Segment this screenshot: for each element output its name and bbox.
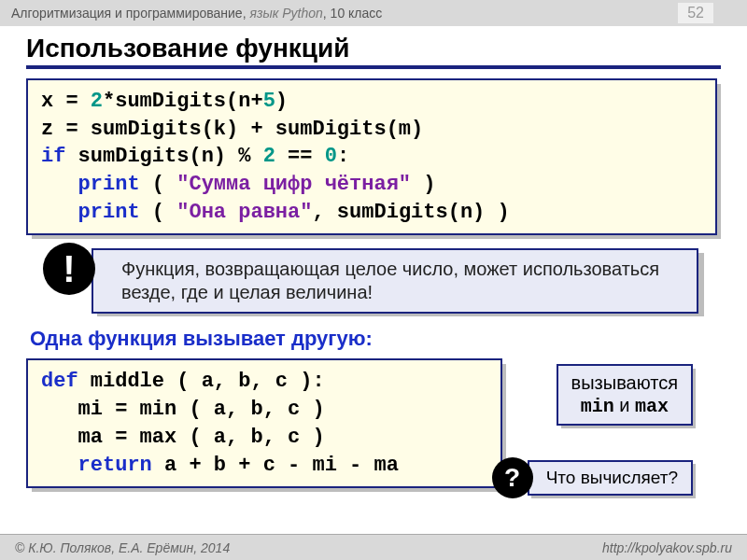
footer-url: http://kpolyakov.spb.ru bbox=[602, 540, 732, 555]
course-text-2: , 10 класс bbox=[323, 6, 382, 21]
page-number: 52 bbox=[678, 3, 713, 23]
callout-line1: вызываются bbox=[571, 371, 678, 394]
footer-bar: © К.Ю. Поляков, Е.А. Ерёмин, 2014 http:/… bbox=[0, 534, 747, 560]
code-block-1-body: x = 2*sumDigits(n+5) z = sumDigits(k) + … bbox=[26, 78, 717, 235]
header-bar: Алгоритмизация и программирование, язык … bbox=[0, 0, 747, 26]
question-text: Что вычисляет? bbox=[528, 460, 693, 496]
code-block-2: def middle ( a, b, c ): mi = min ( a, b,… bbox=[26, 358, 502, 488]
code-block-2-body: def middle ( a, b, c ): mi = min ( a, b,… bbox=[26, 358, 502, 488]
question-icon: ? bbox=[492, 457, 533, 498]
code-block-1: x = 2*sumDigits(n+5) z = sumDigits(k) + … bbox=[26, 78, 717, 235]
callout-box: вызываются min и max bbox=[557, 364, 693, 426]
note-block: ! Функция, возвращающая целое число, мож… bbox=[35, 248, 721, 314]
callout-line2: min и max bbox=[571, 394, 678, 418]
course-lang: язык Python bbox=[249, 6, 322, 21]
subheading: Одна функция вызывает другую: bbox=[30, 327, 721, 351]
slide-content: Использование функций x = 2*sumDigits(n+… bbox=[0, 26, 747, 488]
note-text: Функция, возвращающая целое число, может… bbox=[92, 248, 698, 314]
question-block: ? Что вычисляет? bbox=[492, 457, 693, 498]
exclamation-icon: ! bbox=[43, 243, 95, 295]
course-title: Алгоритмизация и программирование, язык … bbox=[11, 6, 382, 21]
course-text-1: Алгоритмизация и программирование, bbox=[11, 6, 249, 21]
code-row-2: def middle ( a, b, c ): mi = min ( a, b,… bbox=[26, 358, 721, 488]
copyright: © К.Ю. Поляков, Е.А. Ерёмин, 2014 bbox=[15, 540, 230, 555]
slide-title: Использование функций bbox=[26, 34, 721, 69]
